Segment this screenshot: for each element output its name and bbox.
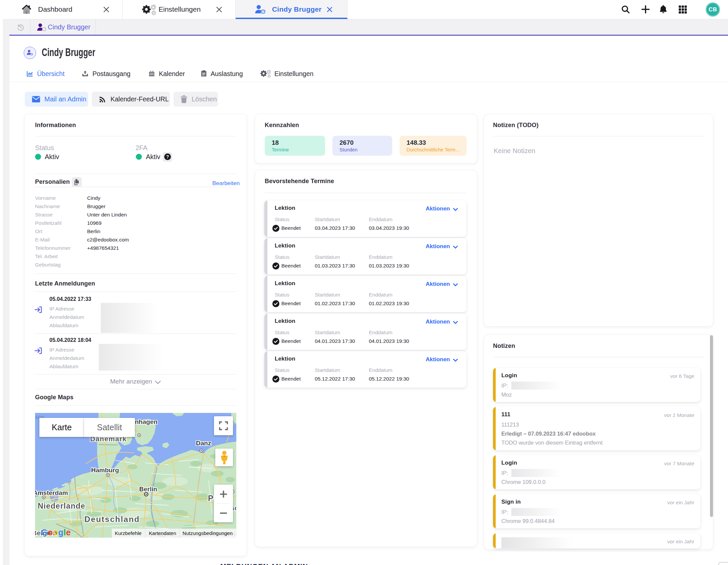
svg-text:Berlin: Berlin: [139, 486, 157, 493]
svg-text:Deutschland: Deutschland: [84, 515, 140, 524]
svg-text:nhagen: nhagen: [135, 418, 158, 425]
svg-text:Danz: Danz: [196, 440, 211, 447]
svg-text:Amsterdam: Amsterdam: [35, 489, 68, 496]
svg-text:Niederlande: Niederlande: [38, 502, 85, 510]
svg-text:Hamburg: Hamburg: [91, 467, 119, 474]
